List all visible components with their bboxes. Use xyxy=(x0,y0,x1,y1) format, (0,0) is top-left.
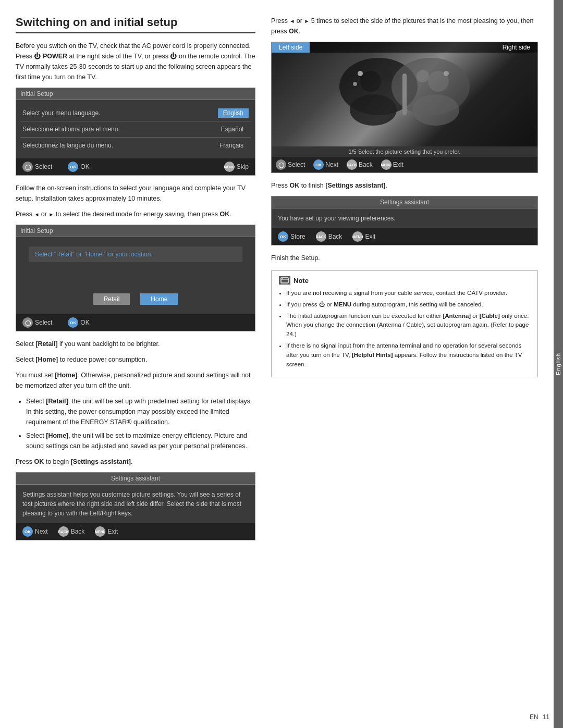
footer-back-2: BACK Back xyxy=(316,231,342,242)
location-row: Select "Retail" or "Home" for your locat… xyxy=(29,246,242,262)
pic-nav-select: ◯ Select xyxy=(276,159,305,170)
press-energy-text: Press or to select the desired mode for … xyxy=(16,209,255,219)
setup-footer-2: ◯ Select OK OK xyxy=(16,314,255,331)
exit-icon-2: MENU xyxy=(352,231,363,242)
pic-nav-back: BACK Back xyxy=(347,159,373,170)
settings-assistant-2-title: Settings assistant xyxy=(272,196,537,208)
svg-rect-4 xyxy=(402,73,407,115)
pic-next-icon: OK xyxy=(313,159,324,170)
next-icon: OK xyxy=(22,526,33,537)
setup-box-2-title: Initial Setup xyxy=(16,225,255,237)
exit-label-2: Exit xyxy=(365,233,375,240)
settings-assistant-1-body: Settings assistant helps you customize p… xyxy=(16,485,255,523)
power-bold: ⏻ POWER xyxy=(34,53,67,60)
right-side-label: Right side xyxy=(495,42,537,53)
lang-btn-espanol[interactable]: Español xyxy=(216,125,249,134)
store-label: Store xyxy=(290,233,305,240)
select-label: Select xyxy=(35,163,52,170)
note-header: Note xyxy=(279,276,530,285)
note-icon xyxy=(279,276,290,285)
press-finish-text: Press OK to finish [Settings assistant]. xyxy=(271,180,538,191)
settings-assistant-1-title: Settings assistant xyxy=(16,473,255,485)
finish-setup-text: Finish the Setup. xyxy=(271,253,538,263)
footer-select: ◯ Select xyxy=(22,162,52,172)
sidebar-tab: English xyxy=(554,0,563,728)
press-select-text: Press or 5 times to select the side of t… xyxy=(271,16,538,36)
picture-nav: ◯ Select OK Next BACK Back MENU Exit xyxy=(272,157,537,172)
note-list: If you are not receiving a signal from y… xyxy=(286,289,530,369)
location-body: Select "Retail" or "Home" for your locat… xyxy=(16,237,255,314)
location-spacer xyxy=(22,267,249,288)
footer-skip: MENU Skip xyxy=(224,162,249,172)
back-label: Back xyxy=(71,528,85,535)
initial-setup-box-1: Initial Setup Select your menu language.… xyxy=(16,88,255,176)
footer-next: OK Next xyxy=(22,526,48,537)
retail-button[interactable]: Retail xyxy=(93,293,130,305)
svg-point-9 xyxy=(358,71,363,76)
page-container: English Switching on and initial setup B… xyxy=(0,0,563,728)
intro-paragraph: Before you switch on the TV, check that … xyxy=(16,41,255,82)
footer-exit-2: MENU Exit xyxy=(352,231,375,242)
note-svg-icon xyxy=(280,277,289,283)
select-home-text: Select [Home] to reduce power consumptio… xyxy=(16,354,255,365)
bullet-home: Select [Home], the unit will be set to m… xyxy=(26,430,255,451)
store-icon: OK xyxy=(278,231,288,242)
note-item-1: If you are not receiving a signal from y… xyxy=(286,289,530,298)
lang-label-english: Select your menu language. xyxy=(22,109,100,117)
back-icon: BACK xyxy=(58,526,69,537)
pic-exit-label: Exit xyxy=(393,161,403,168)
back-icon-2: BACK xyxy=(316,231,326,242)
pic-back-icon: BACK xyxy=(347,159,357,170)
note-box: Note If you are not receiving a signal f… xyxy=(271,270,538,377)
picture-header: Left side Right side xyxy=(272,42,537,53)
must-set-home-text: You must set [Home]. Otherwise, personal… xyxy=(16,370,255,391)
pic-exit-icon: MENU xyxy=(381,159,391,170)
home-button[interactable]: Home xyxy=(140,293,178,305)
svg-point-5 xyxy=(360,71,381,92)
next-label: Next xyxy=(35,528,48,535)
note-item-2: If you press ⏻ or MENU during autoprogra… xyxy=(286,300,530,310)
right-column: Press or 5 times to select the side of t… xyxy=(271,16,538,712)
left-side-label: Left side xyxy=(272,42,310,53)
note-label: Note xyxy=(293,277,309,285)
skip-label: Skip xyxy=(237,163,249,170)
location-buttons: Retail Home xyxy=(22,288,249,310)
svg-point-2 xyxy=(350,94,397,126)
lang-btn-francais[interactable]: Français xyxy=(214,141,249,150)
lang-row-english: Select your menu language. English xyxy=(20,105,251,121)
pic-back-label: Back xyxy=(359,161,373,168)
ok-label-2: OK xyxy=(80,319,89,326)
select-icon-2: ◯ xyxy=(22,317,33,328)
butterfly-image xyxy=(272,42,537,146)
settings-footer-1: OK Next BACK Back MENU Exit xyxy=(16,523,255,540)
svg-point-6 xyxy=(380,70,393,82)
setup-box-1-body: Select your menu language. English Selec… xyxy=(16,100,255,158)
settings-assistant-box-1: Settings assistant Settings assistant he… xyxy=(16,472,255,540)
pic-select-icon: ◯ xyxy=(276,159,286,170)
follow-text: Follow the on-screen instructions to sel… xyxy=(16,183,255,204)
left-column: Switching on and initial setup Before yo… xyxy=(16,16,255,712)
note-item-4: If there is no signal input from the ant… xyxy=(286,341,530,369)
sidebar-label: English xyxy=(555,353,561,375)
pic-nav-exit: MENU Exit xyxy=(381,159,403,170)
footer-store: OK Store xyxy=(278,231,305,242)
exit-label: Exit xyxy=(107,528,118,535)
press-begin-text: Press OK to begin [Settings assistant]. xyxy=(16,456,255,467)
pic-select-label: Select xyxy=(288,161,305,168)
footer-exit: MENU Exit xyxy=(95,526,118,537)
picture-comparison-box: Left side Right side xyxy=(271,42,538,173)
note-item-3: The initial autoprogram function can be … xyxy=(286,312,530,339)
footer-ok-2: OK OK xyxy=(68,317,89,328)
bullet-retail: Select [Retail], the unit will be set up… xyxy=(26,396,255,427)
main-content: Switching on and initial setup Before yo… xyxy=(0,0,554,728)
settings-assistant-box-2: Settings assistant You have set up your … xyxy=(271,196,538,245)
footer-ok: OK OK xyxy=(68,162,89,172)
select-retail-text: Select [Retail] if you want backlight to… xyxy=(16,339,255,349)
page-number: 11 xyxy=(543,713,549,721)
select-icon: ◯ xyxy=(22,162,33,172)
setup-box-1-title: Initial Setup xyxy=(16,88,255,100)
en-label: EN xyxy=(530,713,538,721)
pic-nav-next: OK Next xyxy=(313,159,338,170)
lang-btn-english[interactable]: English xyxy=(218,108,249,118)
lang-row-francais: Sélectionnez la langue du menu. Français xyxy=(20,138,251,153)
